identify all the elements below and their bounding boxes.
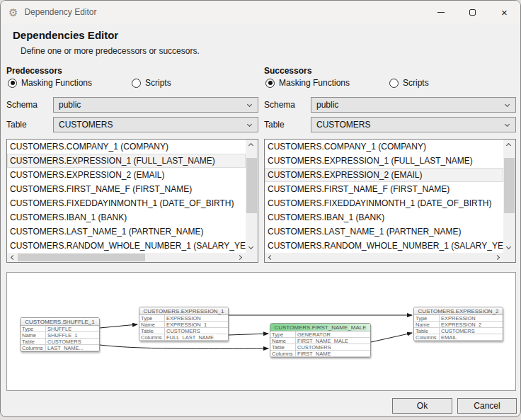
- scroll-up-icon: [506, 143, 511, 148]
- node-field-label: Table: [270, 344, 296, 350]
- node-field-value: EXPRESSION_2: [440, 322, 481, 327]
- radio-label: Masking Functions: [21, 78, 92, 88]
- list-item[interactable]: CUSTOMERS.EXPRESSION_2 (EMAIL): [265, 168, 503, 182]
- list-item[interactable]: CUSTOMERS.EXPRESSION_2 (EMAIL): [7, 168, 246, 182]
- successors-schema-select[interactable]: public: [311, 97, 516, 113]
- successors-label: Successors: [264, 66, 311, 76]
- scrollbar-thumb[interactable]: [246, 158, 257, 213]
- scroll-left-icon: [268, 255, 273, 260]
- diagram-node-shuffle-1[interactable]: CUSTOMERS.SHUFFLE_1 TypeSHUFFLE NameSHUF…: [20, 317, 100, 352]
- chevron-down-icon: [505, 102, 510, 107]
- successors-table-select[interactable]: CUSTOMERS: [311, 117, 516, 132]
- node-field-label: Table: [414, 328, 440, 334]
- successors-scripts-radio[interactable]: Scripts: [389, 78, 429, 88]
- diagram-node-expression-1[interactable]: CUSTOMERS.EXPRESSION_1 TypeEXPRESSION Na…: [139, 307, 229, 341]
- node-field-value: SHUFFLE: [46, 326, 71, 331]
- window-controls: ×: [425, 1, 520, 23]
- node-field-label: Table: [139, 328, 165, 334]
- schema-label: Schema: [264, 97, 311, 113]
- list-items: CUSTOMERS.COMPANY_1 (COMPANY) CUSTOMERS.…: [7, 140, 246, 253]
- table-label: Table: [6, 117, 53, 132]
- list-item[interactable]: CUSTOMERS.LAST_NAME_1 (PARTNER_NAME): [265, 225, 503, 239]
- radio-selected-icon: [265, 79, 275, 88]
- node-field-label: Columns: [414, 334, 440, 340]
- list-item[interactable]: CUSTOMERS.LAST_NAME_1 (PARTNER_NAME): [7, 225, 246, 239]
- dialog-content: Dependencies Editor Define one or more p…: [1, 23, 520, 416]
- predecessors-scripts-radio[interactable]: Scripts: [132, 78, 171, 88]
- dependency-editor-window: ⚙ Dependency Editor × Dependencies Edito…: [0, 0, 521, 417]
- ok-button[interactable]: Ok: [392, 398, 452, 414]
- radio-label: Scripts: [403, 78, 429, 88]
- successors-masking-functions-radio[interactable]: Masking Functions: [265, 78, 350, 88]
- titlebar: ⚙ Dependency Editor ×: [1, 1, 520, 23]
- node-field-label: Name: [21, 332, 46, 338]
- window-title: Dependency Editor: [24, 7, 96, 17]
- node-field-label: Name: [139, 322, 165, 327]
- list-item[interactable]: CUSTOMERS.EXPRESSION_1 (FULL_LAST_NAME): [265, 154, 503, 168]
- chevron-down-icon: [505, 122, 510, 127]
- list-items: CUSTOMERS.COMPANY_1 (COMPANY) CUSTOMERS.…: [265, 140, 503, 253]
- list-item[interactable]: CUSTOMERS.COMPANY_1 (COMPANY): [7, 140, 246, 154]
- radio-label: Scripts: [145, 78, 171, 88]
- node-field-value: FULL_LAST_NAME: [165, 334, 214, 340]
- predecessors-radio-group: Masking Functions Scripts: [6, 78, 258, 91]
- scrollbar-thumb[interactable]: [504, 158, 515, 213]
- scroll-down-icon: [506, 244, 511, 249]
- scrollbar-thumb[interactable]: [18, 254, 145, 261]
- diagram-node-first-name-male[interactable]: CUSTOMERS.FIRST_NAME_MALE TypeGENERATOR …: [270, 323, 371, 358]
- predecessors-list: CUSTOMERS.COMPANY_1 (COMPANY) CUSTOMERS.…: [6, 139, 258, 263]
- scrollbar-corner: [503, 253, 515, 262]
- node-title: CUSTOMERS.EXPRESSION_2: [414, 307, 503, 315]
- node-field-label: Columns: [139, 334, 165, 340]
- node-field-value: CUSTOMERS: [296, 344, 331, 350]
- node-field-label: Name: [414, 322, 440, 327]
- list-item[interactable]: CUSTOMERS.FIXEDDAYINMONTH_1 (DATE_OF_BIR…: [7, 196, 246, 210]
- horizontal-scrollbar[interactable]: [7, 253, 246, 262]
- scroll-right-icon: [495, 255, 500, 260]
- list-item[interactable]: CUSTOMERS.FIXEDDAYINMONTH_1 (DATE_OF_BIR…: [265, 196, 503, 210]
- horizontal-scrollbar[interactable]: [265, 253, 503, 262]
- list-item[interactable]: CUSTOMERS.RANDOM_WHOLE_NUMBER_1 (SALARY_…: [7, 239, 246, 253]
- node-field-value: EXPRESSION_1: [165, 322, 207, 327]
- chevron-down-icon: [247, 122, 252, 127]
- node-field-value: LAST_NAME...: [46, 345, 84, 351]
- vertical-scrollbar[interactable]: [246, 140, 258, 253]
- list-item[interactable]: CUSTOMERS.FIRST_NAME_F (FIRST_NAME): [7, 182, 246, 196]
- table-label: Table: [264, 117, 311, 132]
- node-field-value: SHUFFLE_1: [46, 332, 78, 338]
- node-field-value: CUSTOMERS: [440, 328, 475, 334]
- scroll-right-icon: [237, 255, 242, 260]
- table-selected-value: CUSTOMERS: [316, 120, 370, 130]
- maximize-button[interactable]: [457, 1, 488, 23]
- minimize-button[interactable]: [425, 1, 457, 23]
- schema-selected-value: public: [316, 100, 338, 110]
- radio-selected-icon: [8, 79, 17, 88]
- list-item[interactable]: CUSTOMERS.IBAN_1 (BANK): [265, 210, 503, 225]
- cancel-button[interactable]: Cancel: [457, 398, 517, 414]
- list-item[interactable]: CUSTOMERS.EXPRESSION_1 (FULL_LAST_NAME): [7, 154, 246, 168]
- predecessors-schema-select[interactable]: public: [53, 97, 258, 113]
- dependency-diagram: CUSTOMERS.SHUFFLE_1 TypeSHUFFLE NameSHUF…: [6, 272, 516, 391]
- scroll-down-icon: [248, 244, 253, 249]
- predecessors-panel: Predecessors Masking Functions Scripts S…: [6, 66, 258, 264]
- scrollbar-corner: [246, 253, 258, 262]
- node-field-value: CUSTOMERS: [165, 328, 200, 334]
- node-field-label: Type: [139, 315, 165, 321]
- vertical-scrollbar[interactable]: [503, 140, 515, 253]
- list-item[interactable]: CUSTOMERS.RANDOM_WHOLE_NUMBER_1 (SALARY_…: [265, 239, 503, 253]
- diagram-node-expression-2[interactable]: CUSTOMERS.EXPRESSION_2 TypeEXPRESSION Na…: [413, 307, 503, 341]
- schema-label: Schema: [6, 97, 53, 113]
- node-field-value: EXPRESSION: [440, 315, 476, 321]
- list-item[interactable]: CUSTOMERS.IBAN_1 (BANK): [7, 210, 246, 225]
- radio-label: Masking Functions: [279, 78, 350, 88]
- successors-panel: Successors Masking Functions Scripts Sch…: [264, 66, 516, 264]
- predecessors-masking-functions-radio[interactable]: Masking Functions: [8, 78, 92, 88]
- predecessors-table-select[interactable]: CUSTOMERS: [53, 117, 258, 132]
- close-button[interactable]: ×: [488, 1, 520, 23]
- node-field-value: CUSTOMERS: [46, 339, 81, 344]
- list-item[interactable]: CUSTOMERS.FIRST_NAME_F (FIRST_NAME): [265, 182, 503, 196]
- scroll-up-icon: [248, 143, 253, 148]
- table-selected-value: CUSTOMERS: [59, 120, 113, 130]
- list-item[interactable]: CUSTOMERS.COMPANY_1 (COMPANY): [265, 140, 503, 154]
- successors-list: CUSTOMERS.COMPANY_1 (COMPANY) CUSTOMERS.…: [264, 139, 516, 263]
